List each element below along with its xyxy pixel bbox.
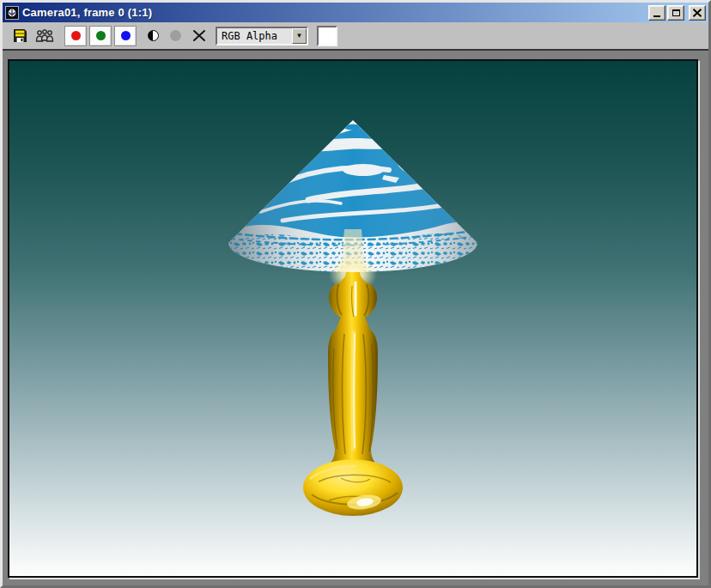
maximize-button[interactable]: [667, 5, 684, 21]
monochrome-icon: [148, 30, 159, 41]
window-controls: [648, 5, 706, 21]
blue-channel-toggle[interactable]: [114, 26, 137, 46]
titlebar[interactable]: Camera01, frame 0 (1:1): [3, 3, 708, 22]
minimize-button[interactable]: [648, 5, 665, 21]
red-channel-icon: [71, 31, 81, 40]
clone-window-button[interactable]: [35, 28, 54, 43]
floppy-disk-icon: [13, 28, 27, 43]
dropdown-arrow-icon[interactable]: ▼: [292, 28, 307, 44]
minimize-icon: [653, 15, 660, 17]
clear-image-button[interactable]: [192, 29, 206, 42]
lamp-stem: [324, 272, 382, 470]
lamp-shade: [228, 120, 484, 272]
red-channel-toggle[interactable]: [64, 26, 87, 46]
green-channel-toggle[interactable]: [89, 26, 112, 46]
app-icon: [5, 6, 19, 20]
save-image-button[interactable]: [13, 28, 27, 43]
clear-x-icon: [192, 29, 206, 42]
close-button[interactable]: [689, 5, 706, 21]
toolbar: RGB Alpha ▼: [3, 22, 708, 51]
display-mode-value: RGB Alpha: [217, 28, 292, 44]
clone-icon: [35, 28, 54, 43]
render-image: [9, 61, 696, 576]
render-window: Camera01, frame 0 (1:1): [0, 0, 711, 588]
maximize-icon: [672, 9, 680, 16]
alpha-channel-icon: [170, 30, 181, 41]
monochrome-toggle[interactable]: [143, 26, 162, 46]
display-mode-select[interactable]: RGB Alpha ▼: [216, 27, 308, 45]
client-area: [3, 51, 708, 585]
close-icon: [692, 9, 702, 17]
lamp-foot: [303, 459, 403, 516]
blue-channel-icon: [121, 31, 131, 40]
alpha-channel-toggle[interactable]: [166, 26, 185, 46]
rendered-image-frame: [8, 59, 698, 578]
window-title: Camera01, frame 0 (1:1): [22, 6, 648, 19]
lamp-render: [9, 61, 696, 576]
green-channel-icon: [96, 31, 106, 40]
color-swatch[interactable]: [317, 26, 337, 46]
